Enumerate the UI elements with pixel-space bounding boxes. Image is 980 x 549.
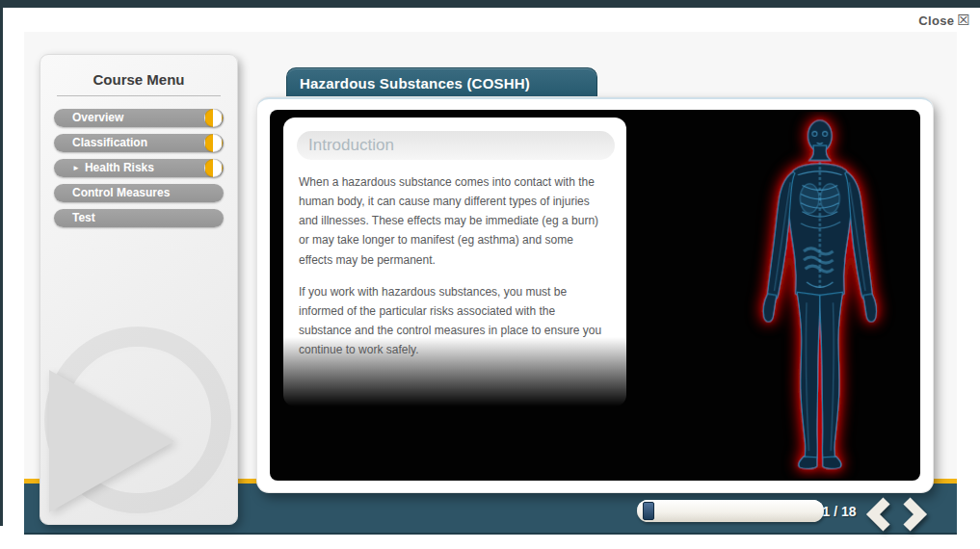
menu-item-label: Classification bbox=[72, 136, 147, 149]
current-item-arrow-icon: ► bbox=[72, 164, 80, 172]
chevron-right-icon bbox=[899, 496, 930, 533]
menu-item-label: Overview bbox=[72, 111, 123, 124]
intro-paragraph: If you work with hazardous substances, y… bbox=[299, 282, 605, 360]
menu-item-health-risks[interactable]: ►Health Risks bbox=[54, 159, 224, 177]
xray-body-illustration bbox=[739, 112, 901, 479]
lesson-title: Hazardous Substances (COSHH) bbox=[287, 68, 596, 92]
previous-button[interactable] bbox=[863, 496, 894, 533]
course-menu-title: Course Menu bbox=[40, 71, 237, 88]
slide-stage: Introduction When a hazardous substance … bbox=[270, 110, 920, 481]
slide-card: Introduction When a hazardous substance … bbox=[257, 97, 933, 492]
progress-indicator-icon bbox=[204, 109, 223, 127]
page-indicator: 1 / 18 bbox=[814, 504, 864, 519]
close-icon: ☒ bbox=[957, 12, 970, 28]
close-button[interactable]: Close☒ bbox=[918, 12, 970, 29]
course-menu-panel: Course Menu Overview Classification ►Hea… bbox=[40, 54, 238, 525]
next-button[interactable] bbox=[899, 496, 930, 533]
progress-indicator-icon bbox=[204, 134, 223, 152]
window-left-border bbox=[0, 0, 3, 526]
progress-scrubber[interactable] bbox=[637, 500, 824, 522]
intro-text-card: Introduction When a hazardous substance … bbox=[283, 118, 626, 406]
menu-divider bbox=[57, 95, 221, 96]
menu-item-control-measures[interactable]: Control Measures bbox=[54, 184, 224, 202]
intro-paragraph: When a hazardous substance comes into co… bbox=[299, 172, 605, 270]
play-icon bbox=[49, 370, 174, 512]
window-top-border bbox=[0, 0, 980, 8]
menu-item-test[interactable]: Test bbox=[54, 209, 224, 227]
menu-item-label: Test bbox=[72, 211, 95, 224]
menu-item-overview[interactable]: Overview bbox=[54, 109, 224, 127]
close-label: Close bbox=[918, 13, 954, 28]
intro-heading-bar: Introduction bbox=[297, 131, 615, 160]
menu-item-classification[interactable]: Classification bbox=[54, 134, 224, 152]
chevron-left-icon bbox=[863, 496, 894, 533]
menu-item-label: Health Risks bbox=[85, 161, 154, 174]
menu-item-label: Control Measures bbox=[72, 186, 170, 199]
scrubber-handle[interactable] bbox=[643, 502, 654, 520]
intro-heading: Introduction bbox=[297, 131, 615, 160]
lesson-title-tab: Hazardous Substances (COSHH) bbox=[286, 67, 597, 99]
progress-indicator-icon bbox=[204, 159, 223, 177]
